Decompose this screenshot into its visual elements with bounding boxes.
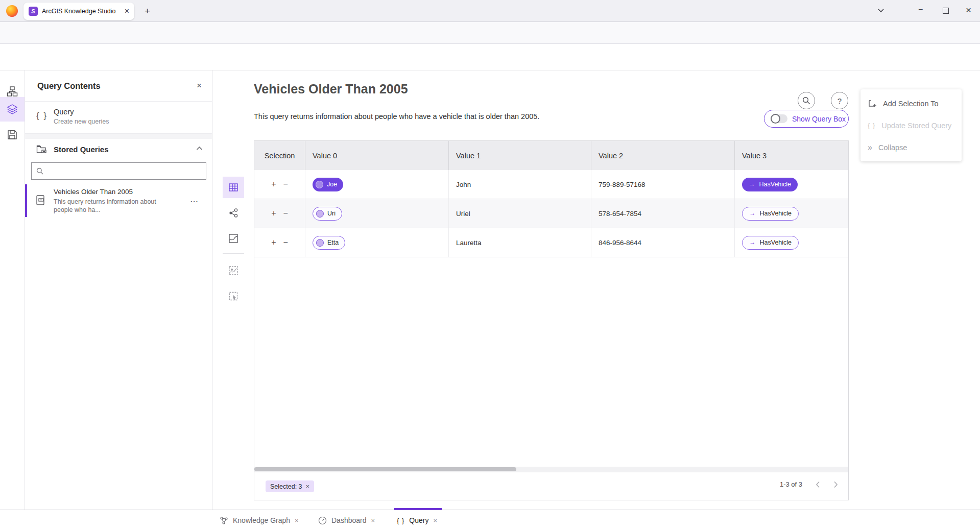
entity-pill[interactable]: Etta xyxy=(313,236,345,250)
row-select-add-button[interactable]: + xyxy=(271,180,276,188)
page-title: Vehicles Older Than 2005 xyxy=(254,82,408,97)
browser-tabstrip: S ArcGIS Knowledge Studio × + − × xyxy=(0,0,980,22)
cell-value: 846-956-8644 xyxy=(591,228,735,257)
folder-icon xyxy=(36,144,47,154)
entity-pill[interactable]: Uri xyxy=(313,207,342,221)
map-view-icon[interactable] xyxy=(223,228,244,249)
browser-tab[interactable]: S ArcGIS Knowledge Studio × xyxy=(23,3,134,20)
selection-tool-icon[interactable] xyxy=(223,285,244,307)
add-to-map-icon[interactable] xyxy=(223,260,244,281)
cell-value: John xyxy=(449,170,591,199)
stored-query-item[interactable]: Vehicles Older Than 2005 This query retu… xyxy=(25,184,212,217)
panel-header: Query Contents × xyxy=(25,70,212,102)
search-input[interactable] xyxy=(47,167,201,175)
column-header: Value 3 xyxy=(735,141,848,170)
row-select-remove-button[interactable]: − xyxy=(283,209,288,218)
double-chevron-icon: » xyxy=(868,143,872,152)
menu-item-add-selection-to[interactable]: Add Selection To xyxy=(861,92,962,114)
table-view-icon[interactable] xyxy=(223,177,244,198)
browser-navbar: ← → https://dev0028833.esri.com/portal/a… xyxy=(0,22,980,44)
cell-value: 578-654-7854 xyxy=(591,199,735,228)
table-row: + − Joe John 759-889-57168 →HasVehicle xyxy=(254,170,848,199)
table-row: + − Uri Uriel 578-654-7854 →HasVehicle xyxy=(254,199,848,228)
cell-value: 759-889-57168 xyxy=(591,170,735,199)
panel-divider xyxy=(25,134,212,139)
braces-icon: { } xyxy=(397,517,404,524)
collapse-section-chevron-icon[interactable] xyxy=(196,146,203,151)
arrow-right-icon: → xyxy=(749,181,755,188)
tab-close-icon[interactable]: × xyxy=(371,517,375,524)
clear-selection-icon[interactable]: × xyxy=(306,483,310,490)
table-footer: Selected: 3 × 1-3 of 3 xyxy=(254,472,848,500)
page-previous-icon[interactable] xyxy=(816,481,820,488)
toolbar-divider xyxy=(223,253,244,254)
arrow-right-icon: → xyxy=(749,210,756,217)
new-tab-button[interactable]: + xyxy=(145,6,150,17)
list-tabs-icon[interactable] xyxy=(877,8,885,13)
query-item-title: Query xyxy=(54,108,74,116)
relationship-pill[interactable]: →HasVehicle xyxy=(742,178,798,191)
braces-icon: { } xyxy=(868,122,875,129)
dashboard-icon xyxy=(318,516,327,525)
search-button[interactable] xyxy=(798,92,815,109)
stored-query-options-icon[interactable]: ⋯ xyxy=(190,197,199,206)
column-header: Selection xyxy=(254,141,305,170)
stored-queries-search[interactable] xyxy=(31,162,206,180)
query-contents-panel: Query Contents × { } Query Create new qu… xyxy=(25,70,212,510)
link-chart-view-icon[interactable] xyxy=(223,202,244,224)
arrow-right-icon: → xyxy=(749,239,756,246)
braces-icon: { } xyxy=(36,111,47,121)
row-select-add-button[interactable]: + xyxy=(271,209,276,218)
scrollbar-thumb[interactable] xyxy=(254,467,516,471)
search-icon xyxy=(36,167,43,175)
favicon-arcgis-icon: S xyxy=(29,7,38,16)
left-rail xyxy=(0,70,25,510)
row-select-add-button[interactable]: + xyxy=(271,238,276,247)
window-maximize-icon[interactable] xyxy=(943,8,949,14)
cell-value: Lauretta xyxy=(449,228,591,257)
rail-contents-layers-icon[interactable] xyxy=(0,97,25,122)
screen: S ArcGIS Knowledge Studio × + − × ← → ht… xyxy=(0,0,980,530)
window-close-icon[interactable]: × xyxy=(966,5,971,16)
row-select-remove-button[interactable]: − xyxy=(283,180,288,188)
help-button[interactable]: ? xyxy=(831,92,848,109)
tab-close-icon[interactable]: × xyxy=(433,517,437,524)
selected-count-chip[interactable]: Selected: 3 × xyxy=(266,480,314,492)
entity-pill[interactable]: Joe xyxy=(313,178,343,191)
panel-close-icon[interactable]: × xyxy=(197,81,202,91)
relationship-pill[interactable]: →HasVehicle xyxy=(742,236,799,250)
toggle-knob xyxy=(771,114,780,124)
bottom-tabbar: Knowledge Graph × Dashboard × { } Query … xyxy=(0,510,980,530)
window-minimize-icon[interactable]: − xyxy=(918,5,923,14)
tab-close-icon[interactable]: × xyxy=(125,7,129,16)
row-select-remove-button[interactable]: − xyxy=(283,238,288,247)
horizontal-scrollbar[interactable] xyxy=(254,467,848,472)
column-header: Value 1 xyxy=(449,141,591,170)
menu-item-update-stored-query[interactable]: { } Update Stored Query xyxy=(861,114,962,136)
firefox-icon[interactable] xyxy=(6,5,18,17)
toggle-track xyxy=(771,114,787,123)
show-query-box-toggle[interactable]: Show Query Box xyxy=(764,110,849,128)
panel-title: Query Contents xyxy=(37,81,101,91)
stored-query-description: This query returns information about peo… xyxy=(54,198,161,214)
add-selection-icon xyxy=(868,99,877,108)
pagination-label: 1-3 of 3 xyxy=(780,480,802,488)
tab-knowledge-graph[interactable]: Knowledge Graph × xyxy=(220,510,299,530)
browser-tab-title: ArcGIS Knowledge Studio xyxy=(42,8,121,15)
pagination: 1-3 of 3 xyxy=(780,480,838,488)
entity-dot-icon xyxy=(316,239,324,247)
entity-dot-icon xyxy=(316,181,323,188)
page-next-icon[interactable] xyxy=(833,481,838,488)
tab-dashboard[interactable]: Dashboard × xyxy=(318,510,375,530)
stored-queries-header[interactable]: Stored Queries xyxy=(25,139,212,160)
menu-item-collapse[interactable]: » Collapse xyxy=(861,136,962,158)
query-item-subtitle: Create new queries xyxy=(54,118,109,125)
relationship-pill[interactable]: →HasVehicle xyxy=(742,207,799,221)
show-query-box-label: Show Query Box xyxy=(792,115,846,123)
tab-close-icon[interactable]: × xyxy=(295,517,299,524)
rail-save-icon[interactable] xyxy=(0,123,25,147)
column-header: Value 2 xyxy=(591,141,735,170)
selection-context-menu: Add Selection To { } Update Stored Query… xyxy=(861,89,962,161)
query-create-item[interactable]: { } Query Create new queries xyxy=(25,102,212,134)
tab-query[interactable]: { } Query × xyxy=(397,510,437,530)
